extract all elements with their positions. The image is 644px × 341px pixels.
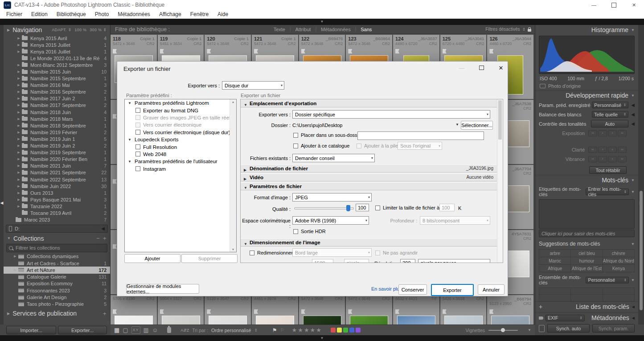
- dialog-maximize-button[interactable]: [477, 64, 485, 71]
- preset-item[interactable]: Vers courrier électronique (disque dur): [125, 129, 236, 136]
- photo-cell[interactable]: _B687945123 x 2950CR2: [487, 295, 533, 325]
- flag-reject-icon[interactable]: ⚐: [280, 328, 284, 333]
- folder-item[interactable]: Maroc 20237: [4, 217, 110, 223]
- keyword-set-cell[interactable]: [603, 295, 634, 301]
- import-button[interactable]: Importer...: [6, 326, 56, 334]
- photo-thumbnail[interactable]: [162, 316, 200, 325]
- adjust-step-button[interactable]: ‹‹: [588, 147, 597, 153]
- folder-item[interactable]: ▶Namibie 2019 Février2: [4, 129, 110, 136]
- folder-item[interactable]: ▶Namibie 2019 Septembre1: [4, 149, 110, 156]
- folder-item[interactable]: ▶Kenya 2015 Juillet1: [4, 41, 110, 48]
- colorspace-select[interactable]: Adobe RVB (1998)▾: [292, 216, 369, 225]
- keyword-suggestion-button[interactable]: Afrique: [539, 265, 570, 272]
- folder-item[interactable]: ▶Ours 20131: [4, 189, 110, 196]
- existing-files-select[interactable]: Demander conseil▾: [292, 154, 375, 162]
- keyword-suggestion-button[interactable]: Afrique de l'Est: [571, 265, 602, 272]
- photo-cell[interactable]: 5472 x 3648CR2: [346, 295, 392, 325]
- keyword-suggestion-button[interactable]: Kenya: [603, 265, 634, 272]
- zoom-mode-300[interactable]: 300 % ⇕: [90, 28, 107, 32]
- flag-icon[interactable]: [207, 309, 211, 314]
- color-label-chip[interactable]: [331, 328, 336, 333]
- tree-scrollbar[interactable]: ▲▼: [230, 99, 236, 252]
- sort-value-select[interactable]: Ordre personnalisé: [211, 328, 251, 333]
- cancel-button[interactable]: Annuler: [478, 284, 505, 295]
- flag-icon[interactable]: [489, 309, 493, 314]
- settings-scrollbar[interactable]: [497, 99, 503, 263]
- add-to-stack-checkbox-row[interactable]: Ajouter à la pile :: [357, 143, 401, 148]
- folder-item[interactable]: ▶Namibie 2015 Septembre1: [4, 75, 110, 82]
- window-close-button[interactable]: ✕: [624, 0, 644, 10]
- adjust-step-button[interactable]: ››: [618, 147, 627, 153]
- keyword-set-cell[interactable]: [539, 288, 570, 294]
- photo-thumbnail[interactable]: [491, 316, 529, 325]
- keyword-set-cell[interactable]: [571, 295, 602, 301]
- quality-value-field[interactable]: 100: [356, 204, 369, 211]
- thumbnail-size-slider[interactable]: [488, 330, 518, 331]
- folder-item[interactable]: ▶Namibie 2018 Mars1: [4, 115, 110, 122]
- publish-add-button[interactable]: +: [103, 310, 107, 317]
- compare-view-icon[interactable]: XY: [131, 326, 140, 334]
- keyword-suggestion-button[interactable]: Maroc: [539, 257, 570, 264]
- keyword-set-cell[interactable]: [603, 288, 634, 294]
- flag-icon[interactable]: [113, 244, 117, 249]
- hdr-output-checkbox-row[interactable]: Sortie HDR: [293, 229, 326, 234]
- preset-add-button[interactable]: Ajouter: [124, 254, 180, 263]
- adjust-step-button[interactable]: ››: [618, 156, 627, 162]
- flag-icon[interactable]: [443, 49, 447, 53]
- folder-item[interactable]: ▶Tanzanie 20221: [4, 203, 110, 210]
- menu-aide[interactable]: Aide: [213, 11, 233, 17]
- flag-icon[interactable]: [489, 49, 493, 53]
- keyword-suggestion-button[interactable]: arbre: [539, 250, 570, 257]
- section-file-naming[interactable]: ▶Dénomination de fichier _J6A3196.jpg: [241, 164, 498, 173]
- lock-icon[interactable]: [528, 29, 531, 32]
- dialog-close-button[interactable]: ✕: [497, 64, 505, 71]
- collection-item[interactable]: ▶Collections dynamiques: [4, 253, 110, 260]
- export-confirm-button[interactable]: Exporter: [431, 284, 474, 296]
- folder-item[interactable]: ▶Namibie 2022 Septembre13: [4, 176, 110, 183]
- plugin-manager-button[interactable]: Gestionnaire de modules externes...: [126, 284, 199, 294]
- adjust-step-button[interactable]: ‹‹: [588, 130, 597, 136]
- stack-position-select[interactable]: Sous l'original▾: [398, 142, 442, 150]
- flag-icon[interactable]: [348, 49, 352, 53]
- quality-slider[interactable]: [294, 207, 354, 210]
- navigation-panel-header[interactable]: ▶ Navigation ADAPT. ⇕ 100 % 300 % ⇕: [4, 25, 110, 35]
- adjust-step-button[interactable]: ‹: [598, 147, 607, 153]
- flag-icon[interactable]: [301, 309, 305, 314]
- collection-item[interactable]: Art et Cadres - Scarface1: [4, 260, 110, 267]
- toolbar-options-icon[interactable]: ▼: [528, 328, 531, 332]
- photo-cell[interactable]: 5004 x 3327CR2: [158, 295, 204, 325]
- keyword-tags-textarea[interactable]: [539, 199, 635, 229]
- sync-settings-button[interactable]: Synch. param.: [592, 324, 635, 333]
- histogram-panel-header[interactable]: Histogramme ▼: [535, 25, 638, 35]
- collection-item[interactable]: Taos photo - Piezographie5: [4, 301, 110, 308]
- preset-group[interactable]: ▼Paramètres prédéfinis de l'utilisateur: [125, 158, 236, 165]
- folder-item[interactable]: Toscane 2019 Avril2: [4, 210, 110, 216]
- resize-mode-select[interactable]: Bord large▾: [292, 248, 372, 257]
- photo-cell[interactable]: 5472 x 3648CR2: [299, 295, 345, 325]
- collection-remove-button[interactable]: −: [96, 235, 100, 242]
- folder-item[interactable]: ▶Namibie 2019 Juin 22: [4, 143, 110, 149]
- folder-item[interactable]: ▶Kenya 2016 Juillet1: [4, 48, 110, 55]
- adjust-step-button[interactable]: ››: [618, 130, 627, 136]
- menu-bibliothèque[interactable]: Bibliothèque: [52, 11, 90, 17]
- no-enlarge-checkbox-row[interactable]: Ne pas agrandir: [375, 250, 418, 255]
- photo-cell[interactable]: 5705 x 4190CR2: [111, 295, 157, 325]
- flag-icon[interactable]: [113, 114, 117, 119]
- folder-item[interactable]: ▶Namibie 2016 Mai3: [4, 82, 110, 89]
- size-value-field[interactable]: 1500: [312, 259, 333, 263]
- keyword-suggestion-button[interactable]: humour: [571, 257, 602, 264]
- photo-thumbnail[interactable]: [350, 316, 388, 325]
- photo-thumbnail[interactable]: [209, 316, 247, 325]
- zoom-mode-100[interactable]: 100 %: [74, 28, 86, 32]
- collection-item[interactable]: Galerie Art Design2: [4, 294, 110, 300]
- filter-tab-sans[interactable]: Sans: [356, 27, 376, 32]
- folder-item[interactable]: ▶Namibie 2015 Juin10: [4, 68, 110, 75]
- flag-icon[interactable]: [160, 49, 164, 53]
- flag-icon[interactable]: [348, 309, 352, 314]
- loupe-view-icon[interactable]: ▢: [123, 327, 128, 333]
- keyword-set-cell[interactable]: [571, 288, 602, 294]
- reset-all-button[interactable]: Tout rétablir: [589, 166, 627, 174]
- window-maximize-button[interactable]: [604, 0, 624, 10]
- preset-group[interactable]: ▼Loupedeck Exports: [125, 136, 236, 143]
- grid-view-icon[interactable]: ▦: [114, 327, 119, 333]
